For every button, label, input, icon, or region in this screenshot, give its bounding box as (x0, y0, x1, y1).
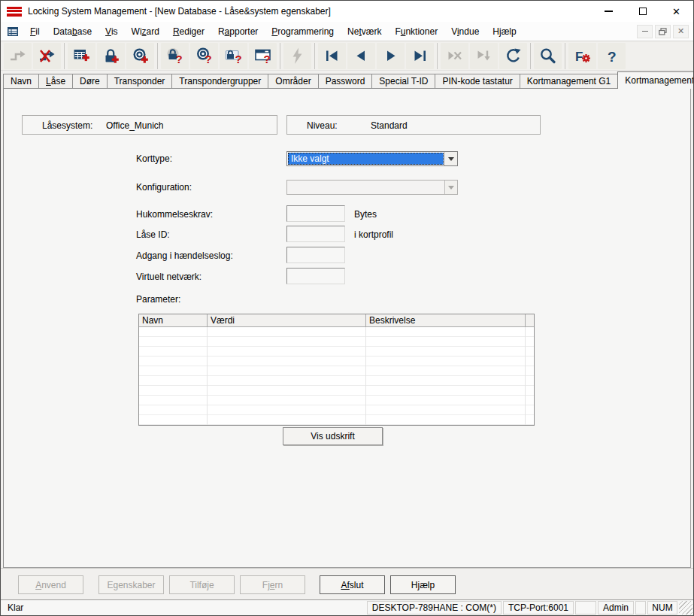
read-smartcard-button[interactable]: ? (249, 43, 277, 69)
filter-settings-icon: F (573, 47, 592, 65)
read-transponder-button[interactable]: ? (190, 43, 218, 69)
nav-last-button[interactable] (406, 43, 434, 69)
tab-laase[interactable]: Låse (38, 74, 73, 88)
menu-rapporter[interactable]: Rapporter (211, 23, 265, 41)
mdi-minimize-icon (642, 31, 648, 32)
configuration-dropdown-button[interactable] (444, 181, 457, 194)
new-locking-system-button[interactable] (68, 43, 95, 69)
chevron-down-icon (448, 157, 454, 164)
properties-button[interactable]: Egenskaber (98, 575, 164, 594)
parameter-label: Parameter: (136, 294, 180, 305)
toolbar-separator (314, 43, 315, 69)
nav-last-icon (411, 47, 429, 65)
minimize-button[interactable] (592, 2, 626, 22)
nav-jump-down-button[interactable] (470, 43, 498, 69)
level-label: Niveau: (307, 120, 338, 131)
read-lock-button[interactable]: ? (161, 43, 189, 69)
read-card-lock-button[interactable]: ? (220, 43, 247, 69)
status-spacer (635, 601, 646, 614)
virtual-network-label: Virtuelt netværk: (136, 272, 202, 282)
svg-text:?: ? (608, 48, 617, 64)
tab-special-tid[interactable]: Special T-ID (371, 74, 435, 88)
menu-vis[interactable]: Vis (98, 23, 124, 41)
column-header-navn[interactable]: Navn (139, 314, 208, 327)
resize-grip[interactable] (679, 601, 692, 614)
tab-kortmanagement-g1[interactable]: Kortmanagement G1 (520, 74, 618, 88)
lock-id-field[interactable] (286, 226, 345, 242)
tab-pinkode-tastatur[interactable]: PIN-kode tastatur (435, 74, 520, 88)
menu-programmering[interactable]: Programmering (265, 23, 341, 41)
mdi-minimize-button[interactable] (637, 25, 653, 38)
print-preview-button[interactable]: Vis udskrift (283, 427, 383, 445)
svg-text:?: ? (235, 52, 242, 65)
new-lock-button[interactable] (97, 43, 125, 69)
virtual-network-field[interactable] (286, 268, 345, 284)
status-ready: Klar (2, 601, 365, 614)
menu-vindue[interactable]: Vindue (444, 23, 486, 41)
configuration-select[interactable] (286, 180, 458, 195)
nav-first-button[interactable] (318, 43, 346, 69)
column-header-beskrivelse[interactable]: Beskrivelse (366, 314, 526, 327)
nav-prev-button[interactable] (347, 43, 375, 69)
maximize-button[interactable] (626, 2, 659, 22)
access-log-label: Adgang i hændelseslog: (136, 250, 233, 261)
card-type-dropdown-button[interactable] (444, 152, 457, 165)
column-header-vaerdi[interactable]: Værdi (208, 314, 366, 327)
new-transponder-button[interactable] (126, 43, 154, 69)
close-button[interactable]: ✕ (659, 2, 693, 22)
remove-button[interactable]: Fjern (240, 575, 305, 594)
add-button[interactable]: Tilføje (169, 575, 235, 594)
toolbar: ? ? ? ? F ? (1, 41, 693, 71)
tab-navn[interactable]: Navn (3, 74, 39, 88)
nav-jump-down-icon (474, 47, 493, 65)
svg-text:?: ? (205, 52, 212, 65)
locking-system-box: Låsesystem: Office_Munich (22, 115, 277, 135)
document-icon[interactable] (7, 26, 19, 38)
menu-database[interactable]: Database (47, 23, 98, 41)
apply-button[interactable]: Anvend (18, 575, 83, 594)
window-title: Locking System Management - [New Databas… (28, 6, 331, 17)
tab-omraader[interactable]: Områder (268, 74, 318, 88)
tab-strip: Navn Låse Døre Transponder Transpondergr… (1, 71, 693, 88)
tab-transponder[interactable]: Transponder (107, 74, 173, 88)
tab-password[interactable]: Password (318, 74, 373, 88)
nav-prev-icon (352, 47, 371, 65)
mdi-window-controls: ✕ (637, 25, 690, 38)
refresh-button[interactable] (499, 43, 527, 69)
card-type-select[interactable]: Ikke valgt (286, 151, 458, 166)
parameter-table-header: Navn Værdi Beskrivelse (139, 314, 534, 327)
filter-settings-button[interactable]: F (568, 43, 596, 69)
access-log-field[interactable] (286, 247, 345, 263)
tab-transpondergrupper[interactable]: Transpondergrupper (171, 74, 268, 88)
nav-next-button[interactable] (377, 43, 405, 69)
help-footer-button[interactable]: Hjælp (390, 575, 456, 594)
mdi-close-button[interactable]: ✕ (673, 25, 689, 38)
nav-skip-cross-button[interactable] (441, 43, 468, 69)
tab-kortmanagement-g2[interactable]: Kortmanagement G2 (617, 71, 694, 89)
menu-fil[interactable]: Fil (23, 23, 47, 41)
chevron-down-icon (448, 186, 454, 193)
mdi-restore-button[interactable] (655, 25, 671, 38)
status-numlock: NUM (647, 601, 677, 614)
search-button[interactable] (534, 43, 562, 69)
exit-button[interactable]: Afslut (320, 575, 385, 594)
toolbar-separator (157, 43, 158, 69)
memory-requirement-suffix: Bytes (354, 209, 377, 220)
program-icon (288, 47, 307, 65)
program-button[interactable] (283, 43, 311, 69)
help-button[interactable]: ? (598, 43, 626, 69)
status-host: DESKTOP-789HANE : COM(*) (367, 601, 502, 614)
menu-hjaelp[interactable]: Hjælp (486, 23, 523, 41)
menu-wizard[interactable]: Wizard (125, 23, 166, 41)
logout-button[interactable] (33, 43, 61, 69)
configuration-label: Konfiguration: (136, 182, 192, 193)
svg-text:?: ? (264, 53, 271, 65)
menu-netvaerk[interactable]: Netværk (341, 23, 388, 41)
menu-rediger[interactable]: Rediger (166, 23, 211, 41)
parameter-table-body[interactable] (139, 327, 534, 425)
tab-doere[interactable]: Døre (72, 74, 108, 88)
login-button[interactable] (4, 43, 32, 69)
memory-requirement-field[interactable] (286, 205, 345, 222)
read-smartcard-icon: ? (253, 47, 272, 65)
menu-funktioner[interactable]: Funktioner (388, 23, 444, 41)
